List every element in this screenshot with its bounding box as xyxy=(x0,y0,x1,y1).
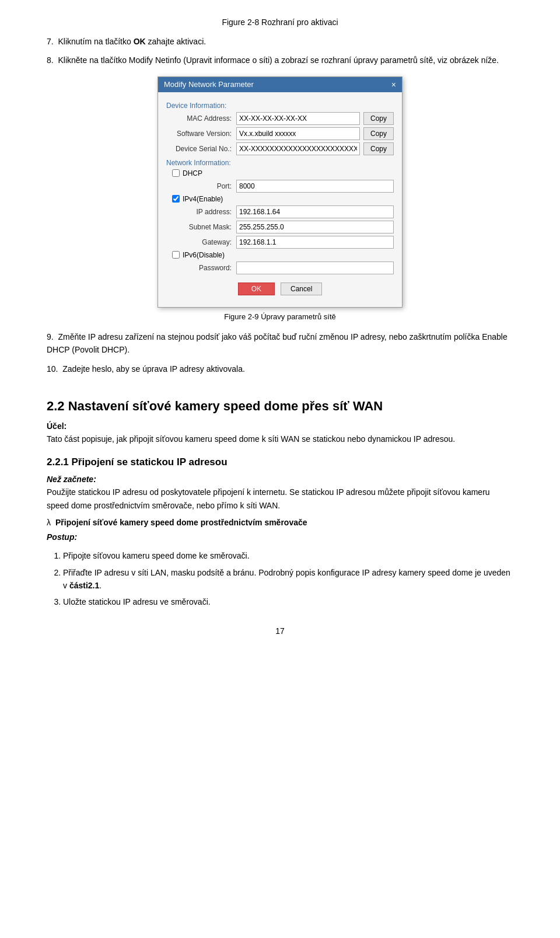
step8: 8. Klikněte na tlačítko Modify Netinfo (… xyxy=(47,54,513,67)
password-label: Password: xyxy=(166,264,236,272)
port-input[interactable] xyxy=(236,180,394,193)
dhcp-label: DHCP xyxy=(183,169,202,177)
ip-row: IP address: xyxy=(166,205,394,218)
bullet-text: Připojení síťové kamery speed dome prost… xyxy=(55,518,307,527)
ipv4-row: IPv4(Enable) xyxy=(172,195,394,203)
step10-text: Zadejte heslo, aby se úprava IP adresy a… xyxy=(62,364,245,374)
password-row: Password: xyxy=(166,261,394,274)
step10: 10. Zadejte heslo, aby se úprava IP adre… xyxy=(47,362,513,375)
step8-number: 8. xyxy=(47,55,54,65)
dialog-titlebar: Modify Network Parameter × xyxy=(158,77,402,92)
ok-button[interactable]: OK xyxy=(238,283,275,295)
ipv6-row: IPv6(Disable) xyxy=(172,251,394,259)
nez-zacnete-block: Než začnete: Použijte statickou IP adres… xyxy=(47,473,513,512)
copy-sw-button[interactable]: Copy xyxy=(363,127,394,140)
postup-label: Postup: xyxy=(47,531,513,543)
bullet-symbol: λ xyxy=(47,518,51,527)
gateway-row: Gateway: xyxy=(166,236,394,249)
section22-heading: 2.2 Nastavení síťové kamery speed dome p… xyxy=(47,399,513,414)
bullet-item: λ Připojení síťové kamery speed dome pro… xyxy=(47,518,513,527)
nez-zacnete-label: Než začnete: xyxy=(47,475,96,484)
copy-mac-button[interactable]: Copy xyxy=(363,112,394,125)
step8-text: Klikněte na tlačítko Modify Netinfo (Upr… xyxy=(58,55,499,65)
dhcp-row: DHCP xyxy=(172,169,394,177)
dialog-title: Modify Network Parameter xyxy=(164,80,254,89)
mask-input[interactable] xyxy=(236,221,394,233)
postup-item-3: Uložte statickou IP adresu ve směrovači. xyxy=(63,595,513,608)
port-label: Port: xyxy=(166,182,236,190)
ucel-text: Tato část popisuje, jak připojit síťovou… xyxy=(47,434,455,444)
ip-label: IP address: xyxy=(166,208,236,216)
mac-row: MAC Address: Copy xyxy=(166,112,394,125)
sw-input[interactable] xyxy=(236,127,360,140)
ipv6-checkbox[interactable] xyxy=(172,251,180,259)
ucel-label: Účel: xyxy=(47,421,66,431)
page-number: 17 xyxy=(47,626,513,636)
section221-heading: 2.2.1 Připojení se statickou IP adresou xyxy=(47,456,513,468)
figure9-caption: Figure 2-9 Úpravy parametrů sítě xyxy=(224,312,335,321)
step10-number: 10. xyxy=(47,364,58,374)
gateway-input[interactable] xyxy=(236,236,394,249)
serial-input[interactable] xyxy=(236,142,360,155)
serial-label: Device Serial No.: xyxy=(166,145,236,153)
serial-row: Device Serial No.: Copy xyxy=(166,142,394,155)
step9: 9. Změňte IP adresu zařízení na stejnou … xyxy=(47,330,513,357)
dialog-close-icon[interactable]: × xyxy=(391,80,396,89)
copy-serial-button[interactable]: Copy xyxy=(363,142,394,155)
postup-list: Připojte síťovou kameru speed dome ke sm… xyxy=(47,549,513,609)
mask-row: Subnet Mask: xyxy=(166,221,394,233)
port-row: Port: xyxy=(166,180,394,193)
sw-row: Software Version: Copy xyxy=(166,127,394,140)
figure-container: Modify Network Parameter × Device Inform… xyxy=(47,76,513,321)
cancel-button[interactable]: Cancel xyxy=(281,283,322,295)
ip-input[interactable] xyxy=(236,205,394,218)
dialog-body: Device Information: MAC Address: Copy So… xyxy=(158,92,402,307)
mask-label: Subnet Mask: xyxy=(166,223,236,231)
ipv6-label: IPv6(Disable) xyxy=(183,251,225,259)
step9-text: Změňte IP adresu zařízení na stejnou pod… xyxy=(47,332,508,354)
figure8-title: Figure 2-8 Rozhraní pro aktivaci xyxy=(47,18,513,27)
dialog-footer: OK Cancel xyxy=(166,283,394,299)
ipv4-label: IPv4(Enable) xyxy=(183,195,223,203)
postup-item-1: Připojte síťovou kameru speed dome ke sm… xyxy=(63,549,513,562)
modify-network-dialog: Modify Network Parameter × Device Inform… xyxy=(158,76,402,308)
ipv4-checkbox[interactable] xyxy=(172,195,180,203)
ucel-block: Účel: Tato část popisuje, jak připojit s… xyxy=(47,420,513,446)
nez-zacnete-text: Použijte statickou IP adresu od poskytov… xyxy=(47,487,490,510)
mac-label: MAC Address: xyxy=(166,114,236,123)
postup-item-2-text: Přiřaďte IP adresu v síti LAN, masku pod… xyxy=(63,568,510,590)
postup-label-text: Postup: xyxy=(47,532,77,542)
device-info-label: Device Information: xyxy=(166,102,394,110)
step7-number: 7. xyxy=(47,37,54,46)
postup-item-2: Přiřaďte IP adresu v síti LAN, masku pod… xyxy=(63,566,513,592)
dhcp-checkbox[interactable] xyxy=(172,169,180,177)
password-input[interactable] xyxy=(236,261,394,274)
gateway-label: Gateway: xyxy=(166,238,236,246)
step9-number: 9. xyxy=(47,332,54,341)
network-info-label: Network Information: xyxy=(166,159,394,167)
mac-input[interactable] xyxy=(236,112,360,125)
sw-label: Software Version: xyxy=(166,130,236,138)
step7: 7. Kliknutím na tlačítko OK zahajte akti… xyxy=(47,35,513,48)
